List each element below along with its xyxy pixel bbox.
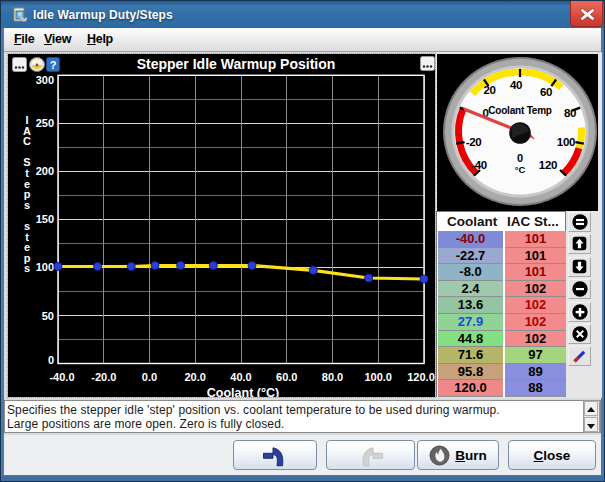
svg-text:20.0: 20.0 <box>184 371 205 383</box>
svg-text:60.0: 60.0 <box>276 371 297 383</box>
svg-text:-20.0: -20.0 <box>91 371 116 383</box>
svg-text:100: 100 <box>36 261 54 273</box>
svg-text:120: 120 <box>539 159 557 171</box>
svg-text:250: 250 <box>36 117 54 129</box>
svg-text:-20: -20 <box>466 136 482 148</box>
svg-text:300: 300 <box>36 74 54 86</box>
svg-text:80.0: 80.0 <box>322 371 343 383</box>
svg-text:-40.0: -40.0 <box>49 371 74 383</box>
svg-text:Coolant Temp: Coolant Temp <box>488 105 552 116</box>
svg-text:-40: -40 <box>471 159 487 171</box>
svg-text:?: ? <box>50 59 57 71</box>
svg-text:°C: °C <box>515 164 526 175</box>
svg-text:200: 200 <box>36 165 54 177</box>
svg-text:s: s <box>24 262 30 274</box>
svg-text:150: 150 <box>36 213 54 225</box>
svg-text:20: 20 <box>483 84 495 96</box>
svg-text:C: C <box>23 135 31 147</box>
svg-text:40.0: 40.0 <box>230 371 251 383</box>
svg-text:60: 60 <box>540 86 552 98</box>
svg-text:100.0: 100.0 <box>364 371 392 383</box>
svg-text:Coolant (°C): Coolant (°C) <box>207 386 279 398</box>
svg-text:0: 0 <box>517 152 523 164</box>
svg-text:s: s <box>24 199 30 211</box>
svg-text:0: 0 <box>48 354 54 366</box>
svg-text:0.0: 0.0 <box>142 371 157 383</box>
svg-text:50: 50 <box>42 310 54 322</box>
svg-text:80: 80 <box>564 107 576 119</box>
svg-text:40: 40 <box>510 79 522 91</box>
svg-text:120.0: 120.0 <box>407 371 435 383</box>
svg-text:100: 100 <box>557 136 575 148</box>
svg-text:Stepper Idle Warmup Position: Stepper Idle Warmup Position <box>137 56 336 72</box>
